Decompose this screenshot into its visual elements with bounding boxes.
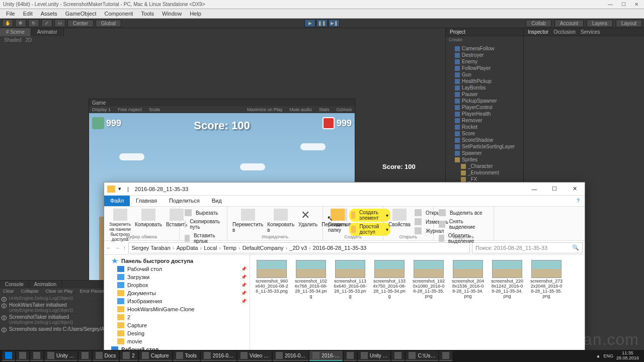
tab-console[interactable]: Console [0,281,29,288]
tray-icon[interactable]: ▲ [596,353,601,358]
project-item[interactable]: Spawner [447,150,522,156]
project-item[interactable]: SetParticleSortingLayer [447,143,522,150]
aspect-dropdown[interactable]: Free Aspect [118,107,142,112]
project-item[interactable]: Sprites [447,156,522,163]
taskbar-item[interactable] [16,351,29,361]
maximize-button[interactable]: ☐ [544,183,565,196]
nav-item[interactable]: Рабочий стол📌 [104,265,250,273]
breadcrumb[interactable]: 2016-08-28_11-35-33 [312,245,367,251]
play-button[interactable]: ▶ [304,19,315,27]
error-pause-toggle[interactable]: Error Pause [80,289,104,295]
tab-game[interactable]: Game [92,100,106,106]
nav-item[interactable]: 2 [104,313,250,321]
tab-view[interactable]: Вид [206,196,228,206]
tab-share[interactable]: Поделиться [163,196,206,206]
scale-tool-icon[interactable]: ⤢ [41,19,52,27]
tab-home[interactable]: Главная [130,196,163,206]
2d-toggle[interactable]: 2D [25,37,32,43]
project-item[interactable]: Score [447,130,522,137]
file-item[interactable]: screenshot_1334x750_2016-08-28_11-35-34.… [373,260,406,299]
lang-indicator[interactable]: ENG [603,353,613,358]
pivot-toggle[interactable]: Center [67,20,94,27]
scale-slider[interactable]: Scale [149,107,160,112]
project-item[interactable]: Remover [447,117,522,124]
taskbar-item[interactable]: 2 [120,351,138,361]
menu-edit[interactable]: Edit [19,10,37,18]
file-item[interactable]: screenshot_2048x1536_2016-08-28_11-35-34… [451,260,485,299]
collab-dropdown[interactable]: Collab [526,20,551,27]
taskbar-item[interactable]: 2016-… [309,351,343,361]
nav-item[interactable]: HookWarsMiniGame-Clone [104,305,250,313]
menu-assets[interactable]: Assets [37,10,61,18]
move-tool-icon[interactable]: ✥ [15,19,26,27]
help-icon[interactable]: ? [571,196,585,206]
menu-component[interactable]: Component [100,10,137,18]
nav-item[interactable]: Панель быстрого доступа [104,257,250,265]
create-dropdown[interactable]: Create [446,36,523,43]
pasteshortcut-button[interactable]: Вставить ярлык [183,232,224,245]
tab-scene[interactable]: # Scene [0,28,31,36]
taskbar-item[interactable] [439,351,452,361]
taskbar-item[interactable] [30,351,43,361]
taskbar-item[interactable] [2,351,15,361]
qat-icon[interactable]: ▾ [118,186,121,192]
tab-animator[interactable]: Animator [31,28,64,36]
project-item[interactable]: HealthPickup [447,78,522,84]
taskbar-item[interactable]: Tools [173,351,200,361]
cut-button[interactable]: Вырезать [183,209,224,217]
project-item[interactable]: _Character [447,163,522,169]
tab-inspector[interactable]: Inspector [528,29,548,35]
close-button[interactable]: ✕ [632,2,641,7]
breadcrumb[interactable]: DefaultCompany [242,245,285,251]
breadcrumb[interactable]: Local [203,245,218,251]
taskbar-item[interactable]: Unity … [358,351,391,361]
tab-animation[interactable]: Animation [29,281,62,288]
taskbar-item[interactable]: C:\Us… [406,351,438,361]
close-button[interactable]: ✕ [565,183,585,196]
rotate-tool-icon[interactable]: ↻ [28,19,39,27]
project-item[interactable]: PlayerHealth [447,111,522,117]
taskbar-item[interactable]: Video … [237,351,272,361]
taskbar-item[interactable] [344,351,357,361]
nav-item[interactable]: Документы📌 [104,289,250,297]
moveto-button[interactable]: Переместить в [230,208,265,234]
file-item[interactable]: screenshot_1136x640_2016-08-28_11-35-33.… [334,260,367,299]
maximize-button[interactable]: ☐ [619,2,628,7]
hand-tool-icon[interactable]: ✋ [2,19,13,27]
selectnone-button[interactable]: Снять выделение [437,218,491,231]
project-item[interactable]: PlayerControl [447,104,522,111]
project-item[interactable]: FollowPlayer [447,65,522,71]
taskbar-item[interactable]: Capture [139,351,172,361]
nav-item[interactable]: Изображения📌 [104,297,250,305]
file-item[interactable]: screenshot_2732x2048_2016-08-28_11-35-35… [530,260,563,299]
layout-dropdown[interactable]: Layout [616,20,642,27]
tab-occlusion[interactable]: Occlusion [553,29,576,35]
back-button[interactable]: ← [106,245,112,251]
up-button[interactable]: ↑ [123,245,126,251]
project-item[interactable]: Destroyer [447,52,522,58]
taskbar-item[interactable]: 2016-0… [273,351,308,361]
pause-button[interactable]: ❚❚ [316,19,328,27]
breadcrumb[interactable]: Sergey Taraban [131,245,172,251]
taskbar-item[interactable]: Docs [93,351,119,361]
nav-item[interactable]: movie [104,337,250,345]
stats-toggle[interactable]: Stats [319,107,330,112]
taskbar-item[interactable]: Unity … [44,351,77,361]
menu-file[interactable]: File [2,10,19,18]
taskbar-item[interactable] [78,351,92,361]
maximize-toggle[interactable]: Maximize on Play [247,107,283,112]
space-toggle[interactable]: Global [96,20,121,27]
rect-tool-icon[interactable]: ▭ [54,19,65,27]
project-item[interactable]: Pauser [447,91,522,98]
taskbar-item[interactable] [391,351,405,361]
tab-file[interactable]: Файл [104,196,130,206]
delete-button[interactable]: ✕Удалить [296,208,319,234]
display-dropdown[interactable]: Display 1 [92,107,111,112]
collapse-toggle[interactable]: Collapse [21,289,39,295]
breadcrumb[interactable]: AppData [176,245,199,251]
project-item[interactable]: CameraFollow [447,45,522,52]
copypath-button[interactable]: Скопировать путь [183,218,224,231]
menu-window[interactable]: Window [158,10,186,18]
nav-item[interactable]: Capture [104,321,250,329]
account-dropdown[interactable]: Account [554,20,584,27]
